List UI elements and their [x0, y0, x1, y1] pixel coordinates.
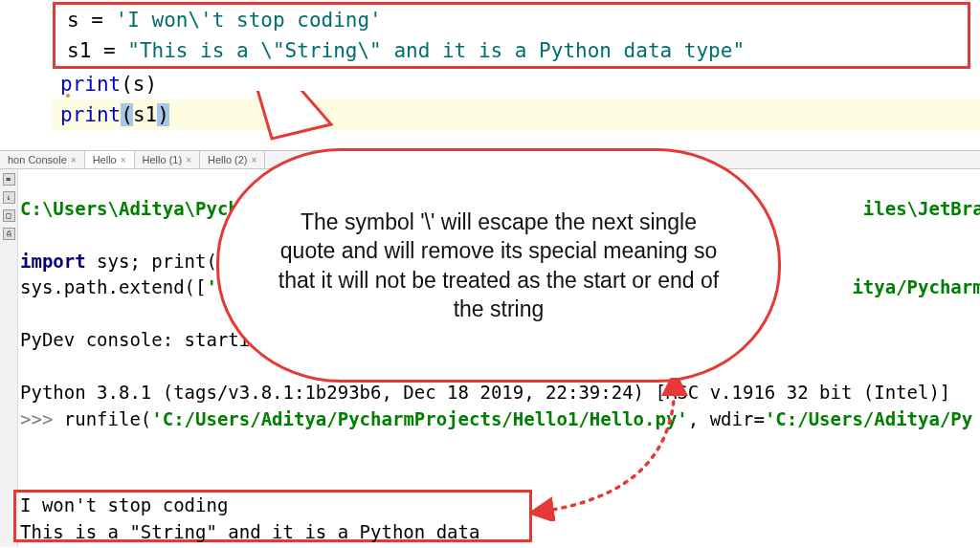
syspath-str: 'C:\: [206, 276, 250, 297]
variable-s: s: [67, 9, 79, 32]
assign-op: =: [79, 9, 116, 32]
console-tabs: hon Console× Hello× Hello (1)× Hello (2)…: [0, 150, 980, 169]
tab-label: Hello (1): [143, 154, 183, 165]
import-str: 'Py: [217, 251, 250, 272]
gutter-btn-3[interactable]: □: [3, 209, 15, 222]
pydev-start: PyDev console: starting.: [20, 329, 283, 350]
gutter-btn-2[interactable]: ↓: [3, 191, 15, 204]
import-keyword: import: [20, 251, 97, 272]
blank-line: [20, 356, 31, 377]
print-lines: print(s) print(s1): [0, 69, 980, 130]
print-fn: print: [60, 103, 121, 126]
close-icon[interactable]: ×: [121, 155, 126, 165]
paren-open: (: [121, 103, 133, 126]
string-literal-2: "This is a \"String\" and it is a Python…: [127, 39, 745, 62]
close-icon[interactable]: ×: [71, 155, 77, 165]
console-path: C:\Users\Aditya\Pycha: [20, 198, 250, 219]
tab-hello-2[interactable]: Hello (2)×: [200, 151, 265, 168]
code-line-2: s1 = "This is a \"String\" and it is a P…: [59, 35, 964, 66]
blank-line: [20, 303, 31, 324]
tab-python-console[interactable]: hon Console×: [0, 151, 85, 168]
runfile-wdir: 'C:/Users/Aditya/Py: [765, 408, 972, 429]
prompt: >>>: [20, 408, 64, 429]
blank-line: [20, 224, 31, 245]
string-literal-1: 'I won\'t stop coding': [116, 9, 382, 32]
print-args: (s): [121, 73, 157, 96]
assign-op: =: [91, 39, 127, 62]
tab-hello[interactable]: Hello×: [85, 151, 135, 168]
output-line-1: I won't stop coding: [20, 494, 228, 515]
gutter-btn-1[interactable]: ≡: [3, 173, 15, 186]
syspath-head: sys.path.extend([: [20, 276, 206, 297]
print-fn: print: [60, 73, 121, 96]
highlighted-code-box: s = 'I won\'t stop coding' s1 = "This is…: [53, 2, 970, 69]
runfile-fn: runfile(: [64, 408, 152, 429]
code-line-4: print(s1): [53, 99, 980, 130]
import-rest: sys; print(: [97, 251, 217, 272]
console-output: C:\Users\Aditya\Pycha iles\JetBra import…: [18, 169, 980, 432]
paren-close: ): [157, 103, 169, 126]
code-line-3: print(s): [53, 69, 980, 99]
python-version: Python 3.8.1 (tags/v3.8.1:1b293b6, Dec 1…: [20, 382, 962, 403]
syspath-tail: itya/Pycharm: [852, 276, 980, 297]
output-line-2: This is a "String" and it is a Python da…: [20, 521, 479, 548]
tab-label: hon Console: [8, 154, 67, 165]
output-box: I won't stop coding This is a "String" a…: [13, 490, 532, 542]
tab-label: Hello (2): [208, 154, 248, 165]
variable-s1: s1: [67, 39, 91, 62]
runfile-path: 'C:/Users/Aditya/PycharmProjects/Hello1/…: [151, 408, 688, 429]
print-arg: s1: [133, 103, 157, 126]
tab-hello-1[interactable]: Hello (1)×: [135, 151, 200, 168]
tab-label: Hello: [93, 154, 117, 165]
close-icon[interactable]: ×: [252, 155, 257, 165]
gutter-btn-4[interactable]: ⎙: [3, 228, 15, 240]
code-line-1: s = 'I won\'t stop coding': [59, 5, 964, 35]
code-editor: s = 'I won\'t stop coding' s1 = "This is…: [0, 0, 980, 130]
console-path-tail: iles\JetBra: [863, 198, 980, 219]
runfile-mid: , wdir=: [688, 408, 765, 429]
close-icon[interactable]: ×: [186, 155, 191, 165]
